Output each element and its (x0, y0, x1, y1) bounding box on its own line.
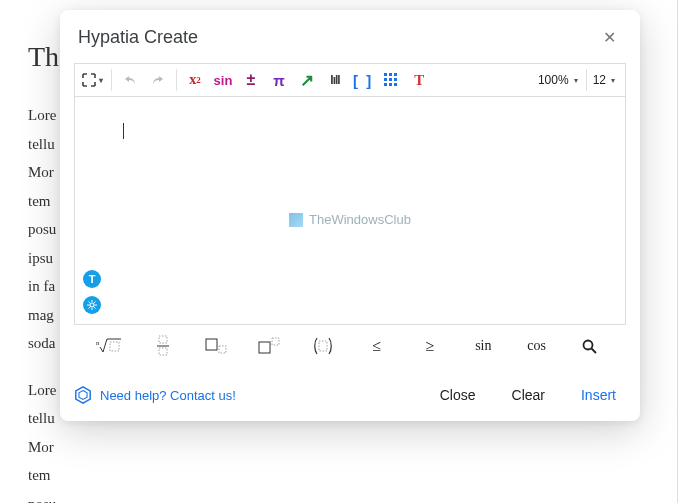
modal-body: x2 sin ± π ↗ Iıll [ ] T 100% 12 (60, 63, 640, 375)
insert-button[interactable]: Insert (575, 383, 622, 407)
undo-icon (123, 74, 137, 86)
le-button[interactable]: ≤ (353, 333, 401, 359)
svg-rect-17 (259, 342, 270, 353)
hypatia-modal: Hypatia Create ✕ x2 sin ± π ↗ Iıll [ ] (60, 10, 640, 421)
close-icon[interactable]: ✕ (597, 24, 622, 51)
svg-rect-5 (394, 78, 397, 81)
svg-rect-15 (206, 339, 217, 350)
clear-button[interactable]: Clear (506, 383, 551, 407)
svg-rect-1 (389, 73, 392, 76)
svg-point-9 (90, 303, 94, 307)
zoom-value: 100% (538, 73, 569, 87)
stats-button[interactable]: Iıll (322, 66, 348, 94)
exponent-button[interactable]: x2 (182, 66, 208, 94)
help-text: Need help? Contact us! (100, 388, 236, 403)
modal-title: Hypatia Create (78, 27, 198, 48)
separator (176, 69, 177, 91)
svg-rect-18 (272, 338, 279, 345)
svg-rect-6 (384, 83, 387, 86)
fraction-icon (156, 335, 170, 357)
svg-line-21 (592, 348, 597, 353)
equation-canvas[interactable]: TheWindowsClub T (74, 97, 626, 325)
subscript-icon (205, 337, 229, 355)
fit-dropdown[interactable] (79, 66, 106, 94)
superscript-button[interactable] (246, 333, 294, 359)
svg-point-20 (584, 340, 593, 349)
arrow-button[interactable]: ↗ (294, 66, 320, 94)
sin-palette-button[interactable]: sin (459, 333, 507, 359)
subscript-button[interactable] (193, 333, 241, 359)
fontsize-value: 12 (593, 73, 606, 87)
svg-rect-8 (394, 83, 397, 86)
pi-button[interactable]: π (266, 66, 292, 94)
svg-rect-7 (389, 83, 392, 86)
svg-rect-2 (394, 73, 397, 76)
parentheses-button[interactable] (299, 333, 347, 359)
watermark-icon (289, 213, 303, 227)
svg-marker-22 (76, 387, 90, 403)
svg-text:n: n (96, 339, 100, 347)
redo-icon (151, 74, 165, 86)
watermark-text: TheWindowsClub (309, 212, 411, 227)
svg-marker-23 (79, 391, 87, 400)
text-mode-button[interactable]: T (83, 270, 101, 288)
undo-button[interactable] (117, 66, 143, 94)
text-cursor (123, 123, 128, 139)
footer-actions: Close Clear Insert (434, 383, 622, 407)
svg-rect-14 (159, 348, 167, 355)
modal-footer: Need help? Contact us! Close Clear Inser… (60, 375, 640, 421)
search-button[interactable] (566, 333, 614, 359)
modal-header: Hypatia Create ✕ (60, 10, 640, 63)
fit-icon (82, 73, 96, 87)
cos-palette-button[interactable]: cos (513, 333, 561, 359)
redo-button[interactable] (145, 66, 171, 94)
svg-rect-11 (110, 342, 119, 351)
svg-rect-12 (159, 336, 167, 343)
help-link[interactable]: Need help? Contact us! (74, 386, 236, 404)
root-button[interactable]: n (86, 333, 134, 359)
paren-icon (312, 336, 334, 356)
hypatia-logo-icon (74, 386, 92, 404)
zoom-select[interactable]: 100% (532, 73, 584, 87)
brackets-button[interactable]: [ ] (350, 66, 376, 94)
sin-button[interactable]: sin (210, 66, 236, 94)
separator (111, 69, 112, 91)
superscript-icon (258, 337, 282, 355)
exponent-label: x (189, 72, 196, 88)
close-button[interactable]: Close (434, 383, 482, 407)
ge-button[interactable]: ≥ (406, 333, 454, 359)
search-icon (582, 339, 597, 354)
svg-rect-0 (384, 73, 387, 76)
svg-rect-4 (389, 78, 392, 81)
toolbar: x2 sin ± π ↗ Iıll [ ] T 100% 12 (74, 63, 626, 97)
svg-rect-3 (384, 78, 387, 81)
root-icon: n (96, 337, 124, 355)
text-button[interactable]: T (406, 66, 432, 94)
fraction-button[interactable] (139, 333, 187, 359)
watermark: TheWindowsClub (289, 212, 411, 227)
svg-rect-16 (219, 346, 226, 353)
grid-icon (384, 73, 398, 87)
settings-button[interactable] (83, 296, 101, 314)
exponent-sup: 2 (196, 75, 201, 85)
plusminus-button[interactable]: ± (238, 66, 264, 94)
svg-rect-19 (319, 341, 327, 351)
side-buttons: T (83, 270, 101, 314)
grid-button[interactable] (378, 66, 404, 94)
symbol-palette: n ≤ ≥ sin cos (74, 325, 626, 365)
gear-icon (87, 300, 97, 310)
fontsize-select[interactable]: 12 (586, 69, 621, 91)
